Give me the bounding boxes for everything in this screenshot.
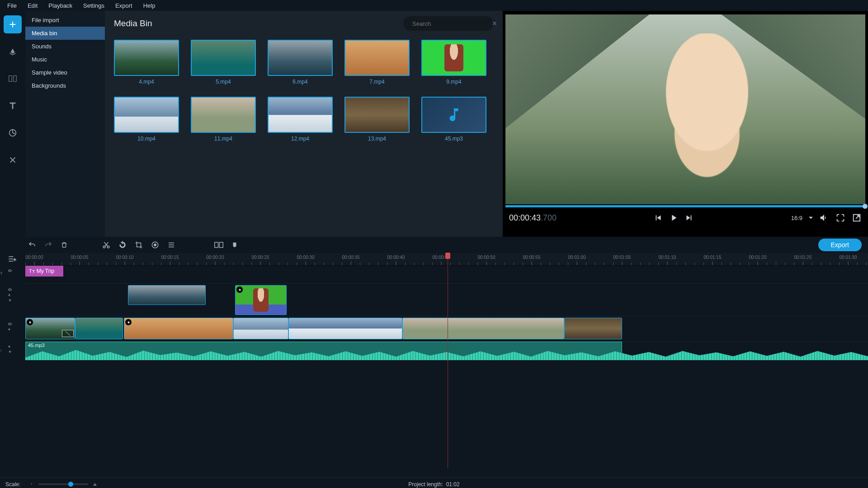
svg-rect-9 <box>215 242 218 247</box>
ruler-tick: 00:00:55 <box>523 255 541 260</box>
rail-stickers-icon[interactable] <box>4 124 22 142</box>
rail-titles-icon[interactable] <box>4 97 22 115</box>
transition-icon[interactable] <box>214 241 223 249</box>
sidebar-item-music[interactable]: Music <box>25 53 105 66</box>
media-thumb[interactable]: 10.mp4 <box>114 97 179 142</box>
add-track-icon[interactable] <box>7 254 16 263</box>
ruler-tick: 00:00:40 <box>387 255 405 260</box>
ruler-tick: 00:00:20 <box>207 255 224 260</box>
menu-file[interactable]: File <box>2 2 22 9</box>
ruler-tick: 00:01:25 <box>794 255 812 260</box>
ruler-tick: 00:00:10 <box>116 255 134 260</box>
media-thumb[interactable]: 4.mp4 <box>114 40 179 85</box>
media-thumb-label: 6.mp4 <box>292 79 307 85</box>
properties-icon[interactable] <box>167 241 175 249</box>
menu-export[interactable]: Export <box>110 2 138 9</box>
media-thumb-label: 7.mp4 <box>369 79 384 85</box>
next-frame-icon[interactable] <box>684 213 694 223</box>
track-overlay[interactable]: ★ <box>25 284 868 316</box>
bin-header: Media Bin ✕ <box>105 11 503 34</box>
tracks: T Tᴛ My Trip ★ ★★ ♪ 45.mp3 <box>25 266 868 477</box>
video-clip[interactable] <box>564 318 622 339</box>
play-icon[interactable] <box>669 213 679 223</box>
scale-slider[interactable] <box>38 483 88 485</box>
video-clip[interactable] <box>75 318 123 339</box>
audio-clip[interactable]: 45.mp3 <box>25 342 622 358</box>
track-video-controls[interactable] <box>7 322 13 332</box>
media-thumb[interactable]: 11.mp4 <box>191 97 256 142</box>
track-audio[interactable]: ♪ 45.mp3 <box>25 342 868 361</box>
media-thumb[interactable]: 9.mp4 <box>421 40 486 85</box>
playhead[interactable] <box>448 253 448 468</box>
preview-progress[interactable] <box>505 205 865 207</box>
volume-icon[interactable] <box>819 213 829 223</box>
sidebar-item-sample-video[interactable]: Sample video <box>25 66 105 79</box>
menu-playback[interactable]: Playback <box>43 2 78 9</box>
svg-rect-10 <box>219 242 223 247</box>
menu-settings[interactable]: Settings <box>78 2 110 9</box>
media-thumb-label: 9.mp4 <box>446 79 461 85</box>
chevron-down-icon[interactable] <box>809 216 813 220</box>
search-box: ✕ <box>403 16 494 31</box>
video-clip[interactable]: ★ <box>124 318 233 339</box>
rail-effects-icon[interactable] <box>4 42 22 61</box>
rail-transitions-icon[interactable] <box>4 70 22 88</box>
redo-icon[interactable] <box>44 241 52 249</box>
aspect-ratio[interactable]: 16:9 <box>791 215 802 221</box>
sidebar-item-backgrounds[interactable]: Backgrounds <box>25 79 105 92</box>
cut-icon[interactable] <box>102 241 110 249</box>
media-thumb[interactable]: 6.mp4 <box>268 40 333 85</box>
menu-bar: File Edit Playback Settings Export Help <box>0 0 868 11</box>
timecode: 00:00:43.700 <box>509 213 557 223</box>
video-clip[interactable] <box>402 318 564 339</box>
media-thumb[interactable]: 45.mp3 <box>421 97 486 142</box>
record-icon[interactable] <box>151 241 159 249</box>
video-clip[interactable] <box>233 318 288 339</box>
overlay-clip[interactable] <box>128 285 206 305</box>
overlay-clip[interactable]: ★ <box>235 285 287 315</box>
media-thumb-label: 4.mp4 <box>139 79 154 85</box>
sidebar-item-file-import[interactable]: File import <box>25 14 105 27</box>
media-thumb[interactable]: 5.mp4 <box>191 40 256 85</box>
thumb-grid: 4.mp45.mp46.mp47.mp49.mp410.mp411.mp412.… <box>105 34 503 147</box>
media-thumb[interactable]: 12.mp4 <box>268 97 333 142</box>
export-button[interactable]: Export <box>818 239 862 251</box>
trash-icon[interactable] <box>61 241 68 249</box>
track-title-controls[interactable] <box>7 268 13 273</box>
undo-icon[interactable] <box>28 241 36 249</box>
fullscreen-icon[interactable] <box>835 213 845 223</box>
track-audio-type-icon: ♪ <box>0 348 2 352</box>
rail-import-icon[interactable] <box>4 15 22 33</box>
track-audio-controls[interactable] <box>7 344 13 354</box>
zoom-out-icon[interactable] <box>29 482 35 487</box>
marker-icon[interactable] <box>231 241 238 249</box>
crop-icon[interactable] <box>135 241 143 249</box>
title-clip[interactable]: Tᴛ My Trip <box>25 266 63 277</box>
video-clip[interactable] <box>288 318 402 339</box>
menu-edit[interactable]: Edit <box>22 2 43 9</box>
zoom-in-icon[interactable] <box>92 482 98 487</box>
rotate-icon[interactable] <box>118 241 127 249</box>
track-title[interactable]: T Tᴛ My Trip <box>25 266 868 284</box>
sidebar-item-sounds[interactable]: Sounds <box>25 40 105 53</box>
video-clip[interactable]: ★ <box>25 318 75 339</box>
timeline-toolbar: Export <box>0 237 868 253</box>
preview-panel: 00:00:43.700 16:9 <box>503 11 868 237</box>
search-input[interactable] <box>412 20 488 27</box>
ruler-tick: 00:00:35 <box>342 255 360 260</box>
preview-video[interactable] <box>505 14 865 204</box>
media-thumb[interactable]: 7.mp4 <box>344 40 410 85</box>
popout-icon[interactable] <box>852 213 862 223</box>
search-clear-icon[interactable]: ✕ <box>492 20 497 27</box>
bin-title: Media Bin <box>114 19 403 28</box>
sidebar-item-media-bin[interactable]: Media bin <box>25 27 105 40</box>
menu-help[interactable]: Help <box>138 2 161 9</box>
media-thumb-label: 12.mp4 <box>291 136 309 142</box>
track-video[interactable]: ★★ <box>25 316 868 342</box>
rail-tools-icon[interactable] <box>4 151 22 169</box>
track-overlay-controls[interactable] <box>7 287 13 303</box>
main-area: File import Media bin Sounds Music Sampl… <box>0 11 868 237</box>
media-thumb[interactable]: 13.mp4 <box>344 97 410 142</box>
prev-frame-icon[interactable] <box>653 213 663 223</box>
ruler-tick: 00:00:25 <box>252 255 269 260</box>
